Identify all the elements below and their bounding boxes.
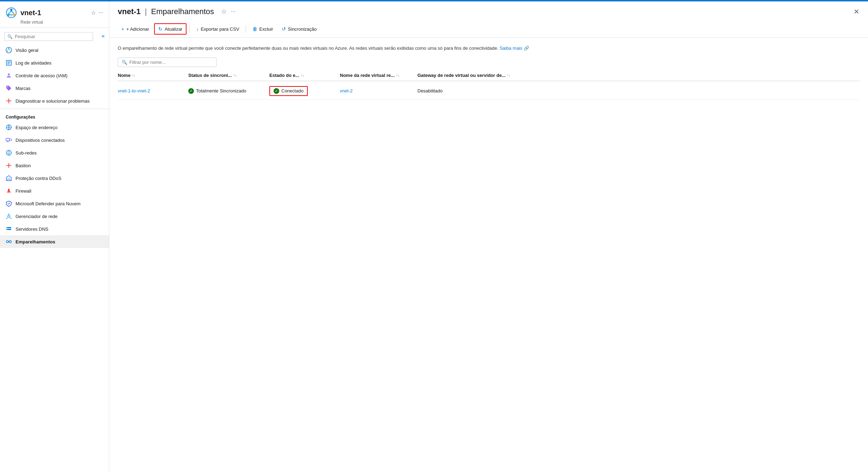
sidebar-item-espaco-endereco[interactable]: Espaço de endereço (0, 121, 109, 134)
page-favorite-icon[interactable]: ☆ (221, 8, 227, 16)
add-button[interactable]: + + Adicionar (118, 24, 153, 34)
sidebar-item-bastion[interactable]: Bastion (0, 159, 109, 172)
page-title-resource: vnet-1 (118, 7, 141, 16)
table-header: Nome ↑↓ Status de sincroni... ↑↓ Estado … (118, 73, 860, 81)
sidebar-item-visao-geral[interactable]: Visão geral (0, 44, 109, 56)
sidebar-item-marcas[interactable]: Marcas (0, 82, 109, 95)
sidebar-item-firewall[interactable]: Firewall (0, 184, 109, 197)
page-title-separator: | (145, 7, 147, 16)
sort-icon-nome[interactable]: ↑↓ (132, 73, 135, 77)
sidebar-item-sub-redes[interactable]: Sub-redes (0, 146, 109, 159)
learn-more-link[interactable]: Saiba mais 🔗 (500, 46, 529, 51)
svg-point-46 (7, 229, 8, 230)
sidebar: vnet-1 ☆ ··· Rede virtual 🔍 « V (0, 1, 109, 472)
bastion-icon (6, 162, 12, 169)
sidebar-item-label: Controle de acesso (IAM) (16, 73, 67, 78)
sidebar-item-label: Emparelhamentos (16, 239, 55, 244)
sidebar-header: vnet-1 ☆ ··· Rede virtual (0, 1, 109, 28)
sidebar-item-log-atividades[interactable]: Log de atividades (0, 56, 109, 69)
sort-icon-rede[interactable]: ↑↓ (396, 73, 399, 77)
more-options-icon[interactable]: ··· (99, 10, 103, 16)
sort-icon-gateway[interactable]: ↑↓ (507, 73, 511, 77)
description-text: O emparelhamento de rede virtual permite… (118, 45, 860, 52)
search-icon: 🔍 (7, 34, 13, 39)
sidebar-item-dns[interactable]: Servidores DNS (0, 223, 109, 235)
svg-point-3 (13, 14, 15, 16)
peering-name-link[interactable]: vnet-1-to-vnet-2 (118, 88, 150, 93)
filter-input[interactable] (129, 60, 213, 65)
svg-point-45 (7, 228, 8, 228)
svg-point-8 (8, 48, 10, 49)
filter-box[interactable]: 🔍 (118, 58, 216, 67)
download-icon: ↓ (196, 26, 198, 32)
network-icon (6, 213, 12, 219)
svg-point-28 (8, 152, 10, 154)
favorite-star-icon[interactable]: ☆ (91, 10, 96, 16)
sidebar-item-label: Diagnosticar e solucionar problemas (16, 98, 90, 104)
svg-line-35 (8, 203, 10, 204)
sort-icon-estado[interactable]: ↑↓ (301, 73, 304, 77)
svg-line-41 (7, 217, 8, 218)
sidebar-nav: Visão geral Log de atividades Controle d… (0, 44, 109, 248)
cell-gateway: Desabilitado (417, 88, 860, 93)
sidebar-collapse-button[interactable]: « (97, 33, 109, 39)
col-header-nome: Nome ↑↓ (118, 73, 188, 78)
sidebar-item-emparelhamentos[interactable]: Emparelhamentos (0, 235, 109, 248)
delete-button[interactable]: 🗑 Excluir (249, 24, 277, 34)
config-section-header: Configurações (0, 110, 109, 121)
defender-icon (6, 200, 12, 207)
sidebar-item-label: Visão geral (16, 48, 38, 53)
sidebar-item-label: Dispositivos conectados (16, 138, 65, 143)
toolbar-separator-2 (246, 25, 246, 32)
svg-rect-23 (6, 138, 10, 141)
cell-nome: vnet-1-to-vnet-2 (118, 88, 188, 93)
estado-badge-highlighted: Conectado (269, 86, 308, 96)
table-row: vnet-1-to-vnet-2 Totalmente Sincronizado… (118, 83, 860, 100)
sort-icon-status[interactable]: ↑↓ (233, 73, 237, 77)
sidebar-item-diagnosticar[interactable]: Diagnosticar e solucionar problemas (0, 95, 109, 107)
sidebar-search-box[interactable]: 🔍 (4, 32, 93, 41)
add-label: + Adicionar (126, 26, 149, 32)
address-icon (6, 124, 12, 131)
sidebar-item-defender[interactable]: Microsoft Defender para Nuvem (0, 197, 109, 210)
vnet-link[interactable]: vnet-2 (340, 88, 353, 93)
vnet-resource-icon (6, 7, 17, 18)
sync-label: Sincronização (288, 26, 317, 32)
cell-estado: Conectado (269, 86, 340, 96)
export-button[interactable]: ↓ Exportar para CSV (192, 24, 243, 34)
sidebar-item-gerenciador[interactable]: Gerenciador de rede (0, 210, 109, 223)
svg-point-48 (9, 241, 11, 243)
sync-button[interactable]: ↺ Sincronização (278, 24, 320, 34)
sidebar-item-label: Firewall (16, 188, 31, 194)
sidebar-item-label: Servidores DNS (16, 226, 48, 232)
iam-icon (6, 72, 12, 79)
sidebar-item-controle-acesso[interactable]: Controle de acesso (IAM) (0, 69, 109, 82)
log-icon (6, 60, 12, 66)
table: Nome ↑↓ Status de sincroni... ↑↓ Estado … (118, 73, 860, 100)
col-header-gateway: Gateway de rede virtual ou servidor de..… (417, 73, 860, 78)
sidebar-item-label: Proteção contra DDoS (16, 176, 61, 181)
resource-name: vnet-1 (20, 9, 41, 17)
page-title: Emparelhamentos (151, 7, 214, 16)
sync-icon: ↺ (282, 26, 286, 32)
page-header: vnet-1 | Emparelhamentos ☆ ··· ✕ + + Adi… (109, 1, 868, 38)
sidebar-item-label: Log de atividades (16, 60, 51, 66)
status-sync-icon (188, 88, 194, 94)
sidebar-item-ddos[interactable]: Proteção contra DDoS (0, 172, 109, 184)
svg-line-11 (7, 49, 9, 51)
update-button[interactable]: ↻ Atualizar (154, 23, 187, 35)
close-button[interactable]: ✕ (854, 7, 860, 16)
svg-point-1 (10, 9, 12, 11)
sidebar-item-dispositivos[interactable]: Dispositivos conectados (0, 134, 109, 146)
delete-label: Excluir (259, 26, 273, 32)
sidebar-item-label: Gerenciador de rede (16, 214, 57, 219)
page-more-icon[interactable]: ··· (231, 8, 236, 15)
sidebar-search-input[interactable] (15, 34, 90, 39)
update-label: Atualizar (165, 26, 183, 32)
diagnose-icon (6, 98, 12, 104)
svg-line-12 (9, 49, 11, 51)
toolbar: + + Adicionar ↻ Atualizar ↓ Exportar par… (118, 20, 860, 37)
sidebar-item-label: Marcas (16, 86, 31, 91)
resource-subtitle: Rede virtual (20, 20, 103, 25)
content-area: O emparelhamento de rede virtual permite… (109, 38, 868, 472)
